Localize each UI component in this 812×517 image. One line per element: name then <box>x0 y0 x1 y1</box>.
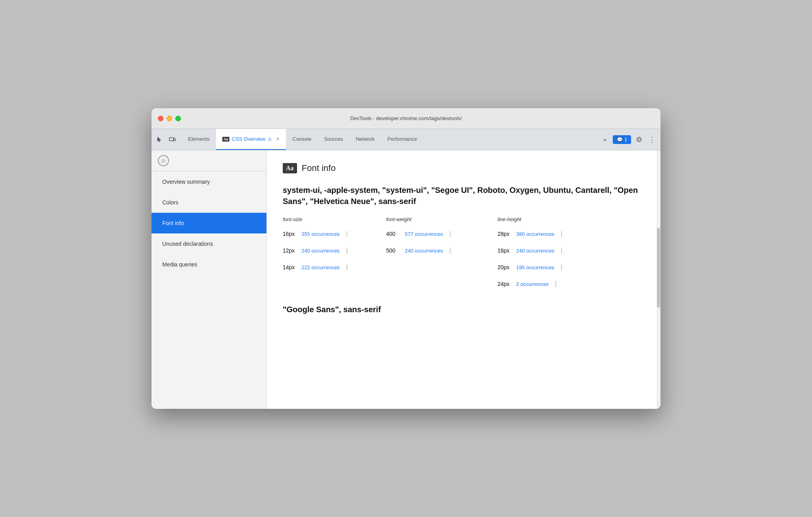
sidebar-item-font-info[interactable]: Font info <box>152 213 266 233</box>
content-panel: Aa Font info system-ui, -apple-system, "… <box>267 150 660 409</box>
close-button[interactable] <box>158 116 163 121</box>
settings-icon[interactable]: ⚙ <box>634 134 644 146</box>
line-height-cell-4: 24px 2 occurrences | <box>497 280 609 288</box>
sidebar-item-unused-declarations[interactable]: Unused declarations <box>152 233 266 254</box>
line-height-cell-3: 20px 195 occurrences | <box>497 264 609 271</box>
main-area: ⊘ Overview summary Colors Font info Unus… <box>152 150 660 409</box>
separator-1c: | <box>561 230 562 237</box>
separator-3a: | <box>346 264 348 271</box>
font-row-4: 24px 2 occurrences | <box>283 276 645 292</box>
sidebar-item-media-queries[interactable]: Media queries <box>152 254 266 275</box>
font-table: font-size font-weight line-height 16px 3… <box>283 216 645 292</box>
tab-close-button[interactable]: ✕ <box>276 136 280 142</box>
line-height-val-4: 24px <box>497 281 511 287</box>
tab-bar-right-controls: » 💬 1 ⚙ ⋮ <box>597 129 657 150</box>
tab-network[interactable]: Network <box>350 129 381 150</box>
font-weight-cell-4 <box>386 280 497 288</box>
font-family-name-2: "Google Sans", sans-serif <box>283 305 645 314</box>
tab-elements[interactable]: Elements <box>182 129 216 150</box>
sidebar-nav: Overview summary Colors Font info Unused… <box>152 171 266 275</box>
more-options-icon[interactable]: ⋮ <box>647 134 657 146</box>
col-header-font-weight: font-weight <box>386 216 497 222</box>
device-toggle-icon[interactable] <box>167 135 177 144</box>
block-icon: ⊘ <box>158 155 169 166</box>
font-weight-occurrences-2[interactable]: 240 occurrences <box>405 248 443 254</box>
separator-3c: | <box>561 264 562 271</box>
col-header-line-height: line-height <box>497 216 609 222</box>
scrollbar-thumb[interactable] <box>657 228 660 307</box>
tab-console[interactable]: Console <box>286 129 318 150</box>
font-size-occurrences-3[interactable]: 222 occurrences <box>301 264 340 270</box>
font-weight-cell-1: 400 577 occurrences | <box>386 230 497 237</box>
window-title: DevTools - developer.chrome.com/tags/dev… <box>350 115 462 121</box>
font-weight-val-1: 400 <box>386 231 400 237</box>
sidebar-top: ⊘ <box>152 150 266 171</box>
scrollbar-track[interactable] <box>657 150 660 409</box>
separator-1a: | <box>346 230 348 237</box>
svg-rect-0 <box>169 138 173 141</box>
line-height-cell-1: 28px 380 occurrences | <box>497 230 609 237</box>
separator-2b: | <box>449 247 451 254</box>
line-height-occurrences-4[interactable]: 2 occurrences <box>516 281 549 287</box>
font-table-rows: 16px 355 occurrences | 400 577 occurrenc… <box>283 225 645 292</box>
aa-tab-icon: Aa <box>222 137 229 142</box>
font-info-aa-icon: Aa <box>283 163 297 173</box>
content-wrapper: Aa Font info system-ui, -apple-system, "… <box>283 163 645 314</box>
font-table-header: font-size font-weight line-height <box>283 216 645 222</box>
font-size-cell-2: 12px 240 occurrences | <box>283 247 386 254</box>
traffic-lights <box>158 116 181 121</box>
warning-icon: ⚠ <box>268 136 272 142</box>
font-size-occurrences-1[interactable]: 355 occurrences <box>301 231 340 237</box>
font-size-cell-3: 14px 222 occurrences | <box>283 264 386 271</box>
tab-bar-left-controls <box>155 129 182 150</box>
separator-2c: | <box>561 247 562 254</box>
line-height-occurrences-3[interactable]: 195 occurrences <box>516 264 554 270</box>
tab-css-overview[interactable]: Aa CSS Overview ⚠ ✕ <box>216 129 286 150</box>
maximize-button[interactable] <box>175 116 181 121</box>
line-height-cell-2: 16px 240 occurrences | <box>497 247 609 254</box>
font-family-name-1: system-ui, -apple-system, "system-ui", "… <box>283 185 645 207</box>
font-weight-occurrences-1[interactable]: 577 occurrences <box>405 231 443 237</box>
font-size-val-3: 14px <box>283 264 297 270</box>
font-row-2: 12px 240 occurrences | 500 240 occurrenc… <box>283 242 645 259</box>
tab-sources[interactable]: Sources <box>318 129 350 150</box>
section-title: Font info <box>302 163 336 173</box>
col-header-font-size: font-size <box>283 216 386 222</box>
font-weight-cell-2: 500 240 occurrences | <box>386 247 497 254</box>
feedback-icon: 💬 <box>617 137 623 142</box>
line-height-val-3: 20px <box>497 264 511 270</box>
separator-2a: | <box>346 247 348 254</box>
minimize-button[interactable] <box>167 116 172 121</box>
font-row-3: 14px 222 occurrences | 20px 195 occurren… <box>283 259 645 276</box>
title-bar: DevTools - developer.chrome.com/tags/dev… <box>152 108 660 129</box>
feedback-badge[interactable]: 💬 1 <box>613 135 631 144</box>
font-size-occurrences-2[interactable]: 240 occurrences <box>301 248 340 254</box>
sidebar: ⊘ Overview summary Colors Font info Unus… <box>152 150 267 409</box>
more-tabs-button[interactable]: » <box>600 135 610 144</box>
font-weight-cell-3 <box>386 264 497 271</box>
tab-bar: Elements Aa CSS Overview ⚠ ✕ Console Sou… <box>152 129 660 150</box>
separator-1b: | <box>449 230 451 237</box>
separator-4c: | <box>555 280 557 288</box>
line-height-occurrences-1[interactable]: 380 occurrences <box>516 231 554 237</box>
font-size-cell-4 <box>283 280 386 288</box>
devtools-window: DevTools - developer.chrome.com/tags/dev… <box>152 108 660 409</box>
line-height-val-2: 16px <box>497 247 511 254</box>
font-size-val-2: 12px <box>283 247 297 254</box>
tabs-container: Elements Aa CSS Overview ⚠ ✕ Console Sou… <box>182 129 597 150</box>
font-size-val-1: 16px <box>283 231 297 237</box>
font-weight-val-2: 500 <box>386 247 400 254</box>
cursor-icon[interactable] <box>155 135 164 144</box>
sidebar-item-colors[interactable]: Colors <box>152 192 266 213</box>
font-size-cell-1: 16px 355 occurrences | <box>283 230 386 237</box>
tab-performance[interactable]: Performance <box>381 129 423 150</box>
font-row-1: 16px 355 occurrences | 400 577 occurrenc… <box>283 225 645 242</box>
svg-rect-1 <box>174 138 175 141</box>
section-header: Aa Font info <box>283 163 645 173</box>
sidebar-item-overview-summary[interactable]: Overview summary <box>152 171 266 192</box>
line-height-occurrences-2[interactable]: 240 occurrences <box>516 248 554 254</box>
line-height-val-1: 28px <box>497 231 511 237</box>
